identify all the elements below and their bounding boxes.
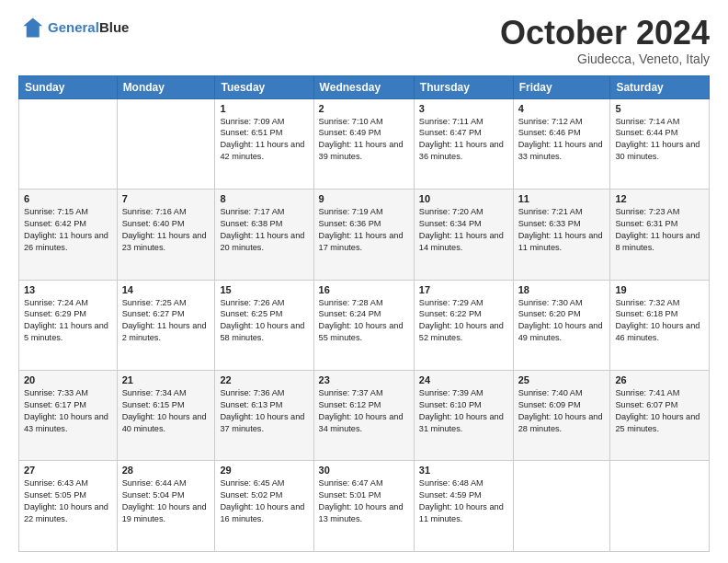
logo: GeneralBlue <box>18 15 129 40</box>
day-number: 1 <box>220 103 308 114</box>
day-cell: 21Sunrise: 7:34 AMSunset: 6:15 PMDayligh… <box>117 371 215 461</box>
header: GeneralBlue October 2024 Giudecca, Venet… <box>18 15 710 66</box>
logo-text: GeneralBlue <box>48 19 129 35</box>
day-cell: 14Sunrise: 7:25 AMSunset: 6:27 PMDayligh… <box>117 280 215 370</box>
day-number: 17 <box>419 284 508 295</box>
col-header-sunday: Sunday <box>19 75 118 98</box>
week-row-3: 13Sunrise: 7:24 AMSunset: 6:29 PMDayligh… <box>19 280 710 370</box>
day-cell: 23Sunrise: 7:37 AMSunset: 6:12 PMDayligh… <box>313 371 414 461</box>
day-cell: 24Sunrise: 7:39 AMSunset: 6:10 PMDayligh… <box>414 371 513 461</box>
day-cell: 2Sunrise: 7:10 AMSunset: 6:49 PMDaylight… <box>313 98 414 189</box>
header-row: SundayMondayTuesdayWednesdayThursdayFrid… <box>19 75 710 98</box>
week-row-2: 6Sunrise: 7:15 AMSunset: 6:42 PMDaylight… <box>19 190 710 280</box>
day-info: Sunrise: 7:11 AMSunset: 6:47 PMDaylight:… <box>419 116 508 164</box>
day-number: 22 <box>220 374 308 385</box>
day-number: 26 <box>615 374 704 385</box>
day-cell: 11Sunrise: 7:21 AMSunset: 6:33 PMDayligh… <box>513 190 610 280</box>
col-header-thursday: Thursday <box>414 75 513 98</box>
day-number: 6 <box>24 193 112 204</box>
col-header-monday: Monday <box>117 75 215 98</box>
day-info: Sunrise: 7:40 AMSunset: 6:09 PMDaylight:… <box>518 387 606 435</box>
day-cell: 20Sunrise: 7:33 AMSunset: 6:17 PMDayligh… <box>19 371 118 461</box>
col-header-wednesday: Wednesday <box>313 75 414 98</box>
day-number: 20 <box>24 374 112 385</box>
day-info: Sunrise: 7:21 AMSunset: 6:33 PMDaylight:… <box>518 206 606 254</box>
day-info: Sunrise: 7:32 AMSunset: 6:18 PMDaylight:… <box>615 297 704 345</box>
day-number: 23 <box>319 374 409 385</box>
day-number: 11 <box>518 193 606 204</box>
day-info: Sunrise: 7:36 AMSunset: 6:13 PMDaylight:… <box>220 387 308 435</box>
day-cell: 5Sunrise: 7:14 AMSunset: 6:44 PMDaylight… <box>610 98 710 189</box>
day-info: Sunrise: 6:43 AMSunset: 5:05 PMDaylight:… <box>24 477 112 525</box>
day-cell: 8Sunrise: 7:17 AMSunset: 6:38 PMDaylight… <box>215 190 313 280</box>
day-cell <box>19 98 118 189</box>
day-cell <box>610 461 710 552</box>
day-cell: 29Sunrise: 6:45 AMSunset: 5:02 PMDayligh… <box>215 461 313 552</box>
day-cell: 7Sunrise: 7:16 AMSunset: 6:40 PMDaylight… <box>117 190 215 280</box>
day-info: Sunrise: 7:19 AMSunset: 6:36 PMDaylight:… <box>319 206 409 254</box>
col-header-friday: Friday <box>513 75 610 98</box>
day-number: 10 <box>419 193 508 204</box>
day-number: 7 <box>122 193 210 204</box>
day-info: Sunrise: 6:47 AMSunset: 5:01 PMDaylight:… <box>319 477 409 525</box>
day-info: Sunrise: 7:16 AMSunset: 6:40 PMDaylight:… <box>122 206 210 254</box>
day-info: Sunrise: 7:25 AMSunset: 6:27 PMDaylight:… <box>122 297 210 345</box>
day-cell: 27Sunrise: 6:43 AMSunset: 5:05 PMDayligh… <box>19 461 118 552</box>
day-cell: 17Sunrise: 7:29 AMSunset: 6:22 PMDayligh… <box>414 280 513 370</box>
day-cell: 15Sunrise: 7:26 AMSunset: 6:25 PMDayligh… <box>215 280 313 370</box>
day-cell: 4Sunrise: 7:12 AMSunset: 6:46 PMDaylight… <box>513 98 610 189</box>
location: Giudecca, Veneto, Italy <box>500 52 710 66</box>
week-row-5: 27Sunrise: 6:43 AMSunset: 5:05 PMDayligh… <box>19 461 710 552</box>
day-info: Sunrise: 7:24 AMSunset: 6:29 PMDaylight:… <box>24 297 112 345</box>
day-info: Sunrise: 7:17 AMSunset: 6:38 PMDaylight:… <box>220 206 308 254</box>
day-cell <box>117 98 215 189</box>
logo-icon <box>18 15 44 40</box>
day-info: Sunrise: 7:30 AMSunset: 6:20 PMDaylight:… <box>518 297 606 345</box>
day-cell: 1Sunrise: 7:09 AMSunset: 6:51 PMDaylight… <box>215 98 313 189</box>
day-number: 12 <box>615 193 704 204</box>
day-info: Sunrise: 6:48 AMSunset: 4:59 PMDaylight:… <box>419 477 508 525</box>
day-info: Sunrise: 7:34 AMSunset: 6:15 PMDaylight:… <box>122 387 210 435</box>
day-cell: 22Sunrise: 7:36 AMSunset: 6:13 PMDayligh… <box>215 371 313 461</box>
page: GeneralBlue October 2024 Giudecca, Venet… <box>0 0 728 563</box>
week-row-1: 1Sunrise: 7:09 AMSunset: 6:51 PMDaylight… <box>19 98 710 189</box>
day-cell: 6Sunrise: 7:15 AMSunset: 6:42 PMDaylight… <box>19 190 118 280</box>
day-info: Sunrise: 6:45 AMSunset: 5:02 PMDaylight:… <box>220 477 308 525</box>
day-number: 28 <box>122 465 210 476</box>
week-row-4: 20Sunrise: 7:33 AMSunset: 6:17 PMDayligh… <box>19 371 710 461</box>
day-cell: 12Sunrise: 7:23 AMSunset: 6:31 PMDayligh… <box>610 190 710 280</box>
day-number: 5 <box>615 103 704 114</box>
day-number: 25 <box>518 374 606 385</box>
day-number: 8 <box>220 193 308 204</box>
day-number: 19 <box>615 284 704 295</box>
svg-marker-0 <box>23 18 42 38</box>
day-cell: 10Sunrise: 7:20 AMSunset: 6:34 PMDayligh… <box>414 190 513 280</box>
day-number: 21 <box>122 374 210 385</box>
day-number: 4 <box>518 103 606 114</box>
day-info: Sunrise: 7:23 AMSunset: 6:31 PMDaylight:… <box>615 206 704 254</box>
day-number: 14 <box>122 284 210 295</box>
day-info: Sunrise: 7:09 AMSunset: 6:51 PMDaylight:… <box>220 116 308 164</box>
day-cell <box>513 461 610 552</box>
day-info: Sunrise: 6:44 AMSunset: 5:04 PMDaylight:… <box>122 477 210 525</box>
day-number: 13 <box>24 284 112 295</box>
day-cell: 19Sunrise: 7:32 AMSunset: 6:18 PMDayligh… <box>610 280 710 370</box>
col-header-saturday: Saturday <box>610 75 710 98</box>
day-info: Sunrise: 7:10 AMSunset: 6:49 PMDaylight:… <box>319 116 409 164</box>
day-info: Sunrise: 7:28 AMSunset: 6:24 PMDaylight:… <box>319 297 409 345</box>
title-block: October 2024 Giudecca, Veneto, Italy <box>500 15 710 66</box>
day-cell: 26Sunrise: 7:41 AMSunset: 6:07 PMDayligh… <box>610 371 710 461</box>
month-title: October 2024 <box>500 15 710 52</box>
day-info: Sunrise: 7:41 AMSunset: 6:07 PMDaylight:… <box>615 387 704 435</box>
day-cell: 25Sunrise: 7:40 AMSunset: 6:09 PMDayligh… <box>513 371 610 461</box>
day-cell: 9Sunrise: 7:19 AMSunset: 6:36 PMDaylight… <box>313 190 414 280</box>
day-info: Sunrise: 7:12 AMSunset: 6:46 PMDaylight:… <box>518 116 606 164</box>
day-number: 29 <box>220 465 308 476</box>
day-info: Sunrise: 7:20 AMSunset: 6:34 PMDaylight:… <box>419 206 508 254</box>
day-number: 16 <box>319 284 409 295</box>
day-number: 2 <box>319 103 409 114</box>
day-number: 18 <box>518 284 606 295</box>
day-cell: 31Sunrise: 6:48 AMSunset: 4:59 PMDayligh… <box>414 461 513 552</box>
day-info: Sunrise: 7:39 AMSunset: 6:10 PMDaylight:… <box>419 387 508 435</box>
day-number: 24 <box>419 374 508 385</box>
